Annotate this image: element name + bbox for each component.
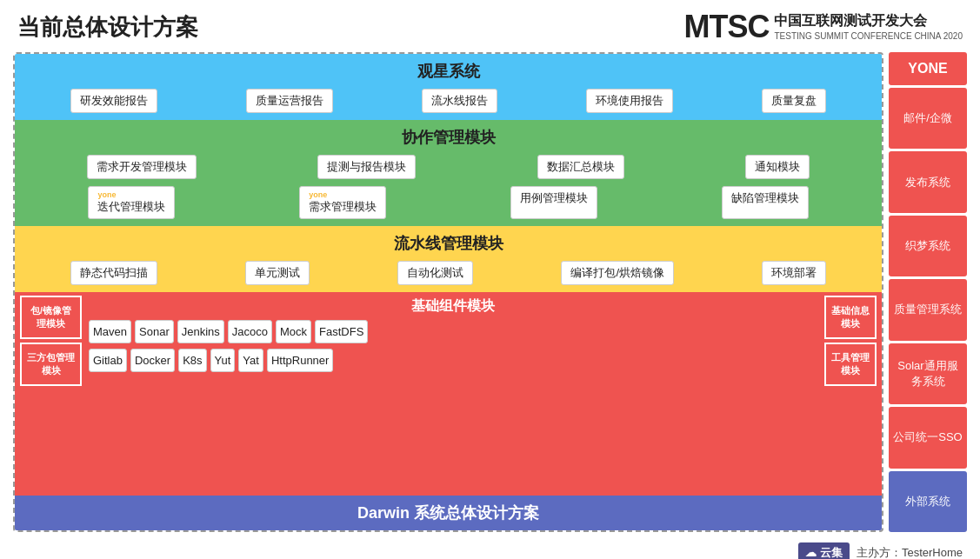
- liushui-item-2: 自动化测试: [397, 261, 473, 285]
- jichu-row1: Maven Sonar Jenkins Jacoco Mock FastDFS: [85, 317, 821, 346]
- jichu-left-bottom: 三方包管理模块: [27, 352, 75, 376]
- logo-sub: 中国互联网测试开发大会 TESTING SUMMIT CONFERENCE CH…: [774, 12, 963, 42]
- sidebar-item-zhiliang: 质量管理系统: [889, 279, 967, 340]
- sidebar-item-waibubg: 外部系统: [889, 471, 967, 532]
- jichu-inner: 包/镜像管理模块 三方包管理模块 基础组件模块 Maven Sonar Jenk…: [20, 296, 877, 492]
- sidebar-item-solar: Solar通用服务系统: [889, 343, 967, 404]
- tool-jenkins: Jenkins: [177, 320, 224, 343]
- logo-sub-text: TESTING SUMMIT CONFERENCE CHINA 2020: [774, 30, 963, 42]
- jichu-right-top: 基础信息模块: [824, 296, 877, 339]
- guanxing-item-4: 质量复盘: [762, 89, 826, 113]
- guanxing-item-2: 流水线报告: [422, 89, 497, 113]
- jichu-center: 基础组件模块 Maven Sonar Jenkins Jacoco Mock F…: [85, 296, 821, 492]
- layer-xiezuo: 协作管理模块 需求开发管理模块 提测与报告模块 数据汇总模块 通知模块 yone…: [15, 120, 882, 226]
- yunji-text: 云集: [820, 546, 843, 559]
- xiezuo-item-2: 数据汇总模块: [537, 155, 624, 179]
- sidebar-item-youjian: 邮件/企微: [889, 88, 967, 149]
- logo-china: 中国互联网测试开发大会: [774, 12, 963, 30]
- guanxing-title: 观星系统: [22, 57, 875, 85]
- xiezuo-item-1: 提测与报告模块: [317, 155, 416, 179]
- main-area: 观星系统 研发效能报告 质量运营报告 流水线报告 环境使用报告 质量复盘 协作管…: [0, 52, 980, 539]
- sidebar-item-sso: 公司统一SSO: [889, 407, 967, 468]
- liushui-item-0: 静态代码扫描: [70, 261, 157, 285]
- jichu-right: 基础信息模块 工具管理模块: [824, 296, 877, 492]
- tool-maven: Maven: [89, 320, 131, 343]
- xiezuo-quexian: 缺陷管理模块: [722, 186, 809, 219]
- guanxing-items: 研发效能报告 质量运营报告 流水线报告 环境使用报告 质量复盘: [22, 85, 875, 116]
- tool-sonar: Sonar: [135, 320, 174, 343]
- xiezuo-row1: 需求开发管理模块 提测与报告模块 数据汇总模块 通知模块: [22, 151, 875, 183]
- tester-home-text: 主办方：TesterHome: [857, 545, 963, 559]
- liushui-item-4: 环境部署: [762, 261, 826, 285]
- layer-darwin: Darwin 系统总体设计方案: [15, 496, 882, 530]
- xiezuo-diedai-text: 迭代管理模块: [97, 200, 165, 213]
- architecture-diagram: 观星系统 研发效能报告 质量运营报告 流水线报告 环境使用报告 质量复盘 协作管…: [13, 52, 883, 532]
- tool-docker: Docker: [130, 349, 175, 372]
- logo-mtsc: MTSC: [683, 9, 769, 45]
- liushui-item-1: 单元测试: [245, 261, 310, 285]
- yunji-badge: ☁ 云集: [798, 542, 850, 559]
- jichu-row2: Gitlab Docker K8s Yut Yat HttpRunner: [85, 346, 821, 375]
- guanxing-item-0: 研发效能报告: [70, 89, 157, 113]
- guanxing-item-3: 环境使用报告: [586, 89, 673, 113]
- xiezuo-title: 协作管理模块: [22, 123, 875, 151]
- xiezuo-item-3: 通知模块: [745, 155, 810, 179]
- page-title: 当前总体设计方案: [17, 12, 198, 43]
- sidebar-item-fabu: 发布系统: [889, 151, 967, 212]
- tool-gitlab: Gitlab: [89, 349, 127, 372]
- jichu-title: 基础组件模块: [85, 296, 821, 317]
- xiezuo-xuqiu: yone 需求管理模块: [299, 186, 386, 219]
- layer-guanxing: 观星系统 研发效能报告 质量运营报告 流水线报告 环境使用报告 质量复盘: [15, 54, 882, 120]
- jichu-right-bottom: 工具管理模块: [824, 343, 877, 386]
- guanxing-item-1: 质量运营报告: [246, 89, 333, 113]
- tool-yut: Yut: [210, 349, 236, 372]
- tool-fastdfs: FastDFS: [315, 320, 368, 343]
- xiezuo-item-0: 需求开发管理模块: [87, 155, 197, 179]
- yone-label-1: yone: [97, 190, 165, 199]
- sidebar-header: YONE: [889, 52, 967, 85]
- tool-k8s: K8s: [178, 349, 206, 372]
- liushui-item-3: 编译打包/烘焙镜像: [561, 261, 674, 285]
- jichu-left-top: 包/镜像管理模块: [30, 305, 71, 329]
- tool-yat: Yat: [238, 349, 263, 372]
- header: 当前总体设计方案 MTSC 中国互联网测试开发大会 TESTING SUMMIT…: [0, 0, 980, 52]
- mtsc-logo: MTSC 中国互联网测试开发大会 TESTING SUMMIT CONFEREN…: [683, 9, 963, 45]
- right-sidebar: YONE 邮件/企微 发布系统 织梦系统 质量管理系统 Solar通用服务系统 …: [889, 52, 967, 532]
- liushui-title: 流水线管理模块: [22, 230, 875, 257]
- tool-httprunner: HttpRunner: [267, 349, 333, 372]
- yone-label-2: yone: [309, 190, 377, 199]
- tool-mock: Mock: [276, 320, 311, 343]
- xiezuo-diedai: yone 迭代管理模块: [88, 186, 175, 219]
- footer: ☁ 云集 主办方：TesterHome: [0, 539, 980, 559]
- xiezuo-row2: yone 迭代管理模块 yone 需求管理模块 用例管理模块 缺陷管理模块: [22, 183, 875, 223]
- jichu-left: 包/镜像管理模块 三方包管理模块: [20, 296, 82, 492]
- xiezuo-xuqiu-text: 需求管理模块: [309, 200, 377, 213]
- layer-liushui: 流水线管理模块 静态代码扫描 单元测试 自动化测试 编译打包/烘焙镜像 环境部署: [15, 226, 882, 292]
- jichu-sifang: 三方包管理模块: [20, 343, 82, 386]
- sidebar-item-zhimeng: 织梦系统: [889, 216, 967, 276]
- tool-jacoco: Jacoco: [228, 320, 272, 343]
- jichu-baojing: 包/镜像管理模块: [20, 296, 82, 339]
- liushui-items: 静态代码扫描 单元测试 自动化测试 编译打包/烘焙镜像 环境部署: [22, 257, 875, 289]
- layer-jichu: 包/镜像管理模块 三方包管理模块 基础组件模块 Maven Sonar Jenk…: [15, 292, 882, 496]
- yunji-icon: ☁: [805, 546, 817, 559]
- darwin-text: Darwin 系统总体设计方案: [22, 502, 875, 523]
- xiezuo-yongli: 用例管理模块: [510, 186, 597, 219]
